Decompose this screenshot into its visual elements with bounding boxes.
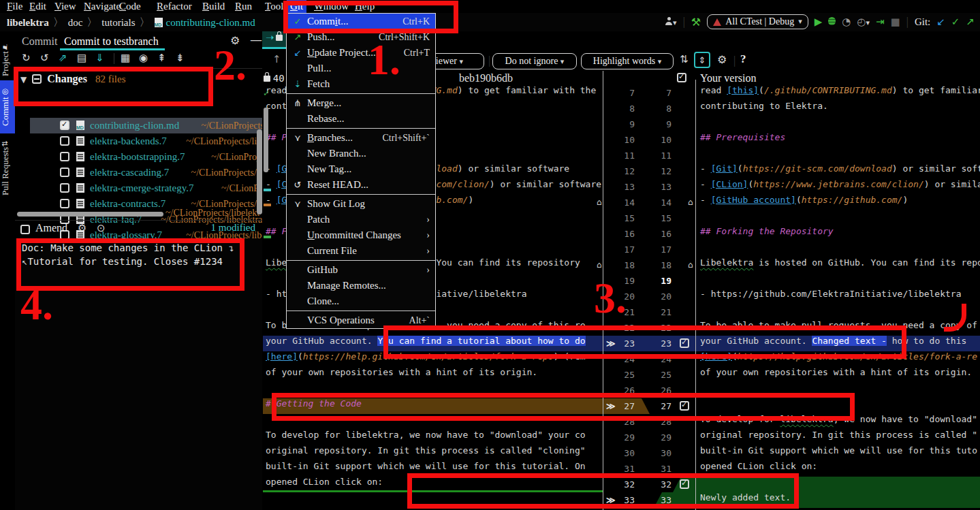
menu-item-new-branch[interactable]: New Branch... (287, 146, 435, 161)
right-diff-line-8[interactable]: contributing to Elektra. (696, 101, 980, 116)
right-diff-line-13[interactable]: - [CLion](https://www.jetbrains.com/clio… (696, 179, 980, 195)
menu-item-uncommitted-changes[interactable]: Uncommitted Changes› (287, 227, 435, 243)
fold-marker-icon[interactable]: ⌂ (688, 197, 693, 207)
file-checkbox[interactable] (60, 121, 69, 130)
menu-file[interactable]: File (3, 0, 26, 13)
file-row[interactable]: contributing-clion.md~/CLionProjects/lib… (30, 118, 277, 133)
gutter-row-10[interactable]: 1010 (603, 132, 695, 148)
sidebar-item-commit[interactable]: Commit◎ (0, 80, 15, 133)
tab-commit-to-testbranch[interactable]: Commit to testbranch (64, 35, 159, 48)
breadcrumb-item[interactable]: libelektra (7, 17, 49, 28)
gutter-row-7[interactable]: 77 (603, 85, 695, 101)
fold-marker-icon[interactable]: ⌂ (597, 197, 602, 207)
right-diff-line-16[interactable]: ## Forking the Repository (696, 226, 980, 242)
menu-item-merge[interactable]: Merge...⋔ (287, 95, 435, 111)
ignore-policy-select[interactable]: Do not ignore ▾ (492, 53, 577, 69)
file-row[interactable]: elektra-backends.7~/CLionProjects/libele… (30, 133, 277, 149)
menu-item-patch[interactable]: Patch› (287, 212, 435, 227)
menu-item-fetch[interactable]: Fetch⇣ (287, 76, 435, 92)
left-diff-line-29[interactable]: original repository. In git this process… (263, 445, 603, 461)
fold-marker-icon[interactable]: ⌂ (597, 260, 602, 270)
breadcrumb-item[interactable]: doc (68, 17, 83, 28)
group-by-icon[interactable]: ▦ (121, 52, 130, 64)
collapse-unchanged-icon[interactable]: ⇅ (680, 53, 689, 65)
menu-item-pull[interactable]: Pull... (287, 61, 435, 76)
right-diff-line-10[interactable]: ## Prerequisites (696, 132, 980, 148)
menu-item-update-project[interactable]: Update Project...↙Ctrl+T (287, 45, 435, 61)
vertical-scrollbar[interactable] (257, 129, 262, 214)
profiler-button[interactable]: ◔ (842, 16, 851, 28)
show-diff-icon[interactable]: ⇗ (59, 52, 67, 64)
gutter-row-18[interactable]: 1818 (603, 257, 695, 273)
file-checkbox[interactable] (60, 152, 69, 161)
sidebar-item-pull-requests[interactable]: Pull Requests⇅ (0, 128, 15, 208)
gutter-row-13[interactable]: 1313 (603, 179, 695, 195)
fold-marker-icon[interactable]: ⌂ (688, 260, 693, 270)
preview-diff-icon[interactable]: ◉ (139, 52, 148, 64)
right-diff-line-20[interactable]: - https://github.com/ElektraInitiative/l… (696, 289, 980, 304)
breadcrumb-item[interactable]: tutorials (101, 17, 135, 28)
file-checkbox[interactable] (60, 199, 69, 208)
history-icon[interactable]: ⊙ (97, 222, 106, 234)
menu-code[interactable]: Code (116, 0, 144, 13)
gutter-row-14[interactable]: 1414 (603, 195, 695, 210)
file-checkbox[interactable] (60, 136, 69, 146)
right-diff-line-14[interactable]: - [GitHub account](https://github.com/) (696, 195, 980, 210)
gutter-row-16[interactable]: 1616 (603, 226, 695, 242)
menu-build[interactable]: Build (199, 0, 228, 13)
file-row[interactable]: elektra-cascading.7~/CLionProjects/libel… (30, 165, 277, 180)
amend-checkbox[interactable] (20, 225, 30, 234)
git-update-icon[interactable]: ↙ (936, 16, 945, 28)
menu-item-clone[interactable]: Clone... (287, 293, 435, 309)
attach-process-icon[interactable]: ⇥ (876, 16, 885, 28)
menu-item-branches[interactable]: Branches...⋎Ctrl+Shift+` (287, 130, 435, 146)
your-version-checkbox[interactable] (677, 73, 686, 82)
file-row[interactable]: elektra-bootstrapping.7~/CLionProjects/l… (30, 149, 277, 165)
sidebar-item-project[interactable]: Project⚑ (0, 33, 15, 86)
gutter-row-30[interactable]: 3030 (603, 445, 695, 461)
hide-panel-icon[interactable]: — (251, 34, 262, 46)
gear-icon[interactable]: ⚙ (717, 53, 727, 66)
menu-item-current-file[interactable]: Current File› (287, 243, 435, 259)
menu-run[interactable]: Run (232, 0, 255, 13)
gutter-row-15[interactable]: 1515 (603, 210, 695, 226)
menu-item-show-git-log[interactable]: Show Git Log⋎ (287, 196, 435, 212)
right-diff-line-7[interactable]: read [this](/.github/CONTRIBUTING.md) to… (696, 85, 980, 101)
file-row[interactable]: elektra-cmerge-strategy.7~/CLionProjects… (30, 180, 277, 196)
tab-commit[interactable]: Commit (22, 35, 57, 48)
gutter-row-8[interactable]: 88 (603, 101, 695, 116)
previous-change-icon[interactable]: ↑ (272, 53, 281, 65)
right-diff-line-12[interactable]: - [Git](https://git-scm.com/download) or… (696, 163, 980, 179)
menu-item-github[interactable]: GitHub› (287, 262, 435, 278)
help-button[interactable]: ? (740, 52, 746, 66)
left-diff-line-25[interactable]: of your own repositories with a hint of … (263, 367, 603, 383)
run-configuration-select[interactable]: All CTest | Debug ▾ (707, 14, 808, 29)
right-diff-line-25[interactable]: of your own repositories with a hint of … (696, 367, 980, 383)
gutter-row-11[interactable]: 1111 (603, 148, 695, 163)
sync-scroll-toggle[interactable]: ⇕ (694, 52, 710, 68)
gutter-row-12[interactable]: 1212 (603, 163, 695, 179)
right-diff-line-18[interactable]: Libelektra is hosted on GitHub. You can … (696, 257, 980, 273)
menu-edit[interactable]: Edit (26, 0, 50, 13)
file-checkbox[interactable] (60, 168, 69, 177)
highlight-mode-select[interactable]: Highlight words ▾ (581, 53, 674, 69)
expand-all-icon[interactable]: ⇞ (157, 52, 166, 64)
build-hammer-icon[interactable]: ⚒ (691, 16, 701, 29)
editor-scrollbar[interactable] (264, 108, 268, 172)
coverage-button[interactable]: ◴▾ (857, 16, 870, 28)
menu-item-new-tag[interactable]: New Tag... (287, 161, 435, 177)
run-button[interactable]: ▶ (815, 16, 823, 28)
menu-item-rebase[interactable]: Rebase... (287, 111, 435, 127)
menu-view[interactable]: View (51, 0, 80, 13)
breadcrumb-file[interactable]: contributing-clion.md (166, 17, 255, 28)
gutter-row-29[interactable]: 2929 (603, 430, 695, 445)
gutter-row-17[interactable]: 1717 (603, 242, 695, 257)
rollback-icon[interactable]: ↺ (40, 52, 49, 64)
gutter-row-25[interactable]: 2525 (603, 367, 695, 383)
shelve-icon[interactable]: ⇓ (95, 52, 104, 64)
git-commit-icon[interactable]: ✓ (951, 16, 960, 28)
horizontal-scrollbar[interactable] (17, 212, 163, 217)
right-diff-line-30[interactable]: built-in Git support which we will use f… (696, 445, 980, 461)
refresh-icon[interactable]: ↻ (22, 52, 31, 64)
gear-icon[interactable]: ⚙ (78, 222, 86, 234)
